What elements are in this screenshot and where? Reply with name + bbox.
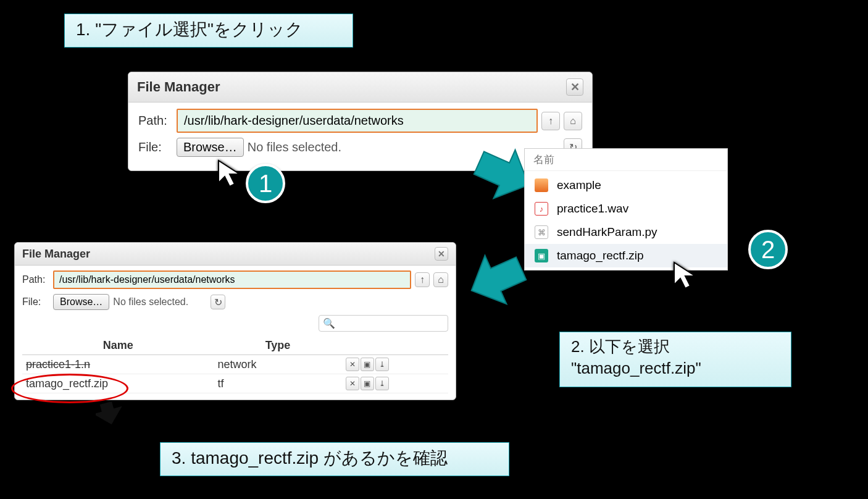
fm1-titlebar: File Manager ✕ xyxy=(128,72,592,103)
no-file-text: No files selected. xyxy=(248,140,341,154)
browser-item[interactable]: ♪practice1.wav xyxy=(525,197,727,220)
arrow-left-icon xyxy=(462,246,530,314)
download-icon[interactable]: ⤓ xyxy=(375,358,389,371)
search-icon: 🔍 xyxy=(323,317,335,329)
path-input[interactable] xyxy=(53,270,411,289)
close-button[interactable]: ✕ xyxy=(435,247,448,261)
cell-name: practice1-1.n xyxy=(22,355,214,374)
home-button[interactable]: ⌂ xyxy=(564,112,582,130)
open-icon[interactable]: ▣ xyxy=(361,377,374,390)
up-button[interactable]: ↑ xyxy=(415,272,430,287)
browse-button[interactable]: Browse… xyxy=(53,294,109,310)
fm2-titlebar: File Manager ✕ xyxy=(15,243,456,266)
path-input[interactable] xyxy=(177,109,538,133)
col-name[interactable]: Name xyxy=(22,337,214,355)
browser-header: 名前 xyxy=(525,149,727,171)
callout-step2-line1: 2. 以下を選択 xyxy=(571,336,780,358)
open-icon[interactable]: ▣ xyxy=(361,358,374,371)
delete-icon[interactable]: ✕ xyxy=(346,358,359,371)
close-button[interactable]: ✕ xyxy=(566,78,583,96)
no-file-text: No files selected. xyxy=(113,296,188,308)
path-label: Path: xyxy=(22,274,49,285)
callout-step1: 1. "ファイル選択"をクリック xyxy=(64,14,353,48)
arrow-down-icon xyxy=(96,399,127,429)
search-input[interactable]: 🔍 xyxy=(319,315,448,332)
browser-item-label: tamago_rectf.zip xyxy=(557,249,643,262)
browser-item[interactable]: ⌘sendHarkParam.py xyxy=(525,220,727,244)
callout-step3: 3. tamago_rectf.zip があるかを確認 xyxy=(160,442,509,476)
browser-item-label: example xyxy=(557,178,601,192)
col-type[interactable]: Type xyxy=(214,337,342,355)
script-icon: ⌘ xyxy=(535,225,548,239)
file-label: File: xyxy=(138,140,173,154)
fm1-title: File Manager xyxy=(137,79,220,95)
fm2-title: File Manager xyxy=(22,248,90,261)
delete-icon[interactable]: ✕ xyxy=(346,377,359,390)
callout-step2: 2. 以下を選択 "tamago_rectf.zip" xyxy=(559,332,791,387)
step-badge-1: 1 xyxy=(246,164,285,203)
browse-button[interactable]: Browse… xyxy=(177,138,244,157)
browser-list: example♪practice1.wav⌘sendHarkParam.py▣t… xyxy=(525,171,727,270)
browser-item[interactable]: example xyxy=(525,174,727,197)
cell-type: tf xyxy=(214,374,342,393)
table-row[interactable]: practice1-1.nnetwork✕▣⤓ xyxy=(22,355,448,374)
refresh-button[interactable]: ↻ xyxy=(211,295,225,309)
zip-icon: ▣ xyxy=(535,249,548,262)
audio-icon: ♪ xyxy=(535,202,548,216)
file-label: File: xyxy=(22,296,49,308)
os-file-browser: 名前 example♪practice1.wav⌘sendHarkParam.p… xyxy=(524,148,728,270)
browser-item-label: sendHarkParam.py xyxy=(557,225,657,239)
home-button[interactable]: ⌂ xyxy=(433,272,448,287)
cell-actions: ✕▣⤓ xyxy=(342,374,449,393)
step-badge-2: 2 xyxy=(748,230,788,269)
path-label: Path: xyxy=(138,114,173,128)
callout-step2-line2: "tamago_rectf.zip" xyxy=(571,358,780,379)
folder-icon xyxy=(535,178,548,192)
browser-item-label: practice1.wav xyxy=(557,202,628,216)
download-icon[interactable]: ⤓ xyxy=(375,377,389,390)
cursor-icon xyxy=(217,159,244,189)
up-button[interactable]: ↑ xyxy=(541,112,560,130)
cursor-icon xyxy=(673,261,700,291)
cell-actions: ✕▣⤓ xyxy=(342,355,449,374)
cell-type: network xyxy=(214,355,342,374)
